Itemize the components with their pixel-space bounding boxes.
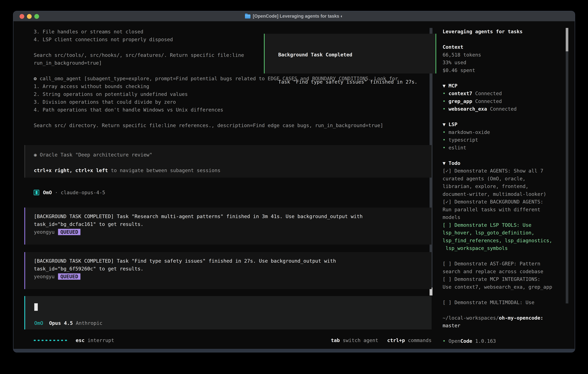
sidebar-line: [ ] Demonstrate MULTIMODAL: Use (443, 299, 567, 306)
text-segment: [ ] Demonstrate LSP TOOLS: Use (443, 222, 531, 228)
sidebar-line: • markdown-oxide (443, 128, 567, 136)
text-segment: ▼ LSP (443, 122, 457, 127)
sidebar-line (443, 291, 567, 299)
terminal-line: 3. Division operations that could divide… (34, 98, 445, 106)
text-segment: typescript (449, 137, 478, 143)
window-title-wrap: [OpenCode] Leveraging agents for tasks ◐ (245, 14, 343, 19)
terminal-window: [OpenCode] Leveraging agents for tasks ◐… (13, 11, 575, 353)
oracle-line (34, 159, 431, 166)
text-segment: commands (405, 337, 431, 343)
text-segment: [BACKGROUND TASK COMPLETED] Task "Resear… (34, 213, 363, 219)
omo-agent-icon (34, 190, 39, 195)
status-left: esc interrupt (34, 336, 114, 344)
text-segment: markdown-oxide (449, 129, 490, 135)
text-segment: [✓] Demonstrate BACKGROUND AGENTS: (443, 199, 543, 205)
text-segment: lsp_workspace_symbols (443, 245, 508, 251)
sidebar-line (443, 152, 567, 159)
text-segment: [✓] Demonstrate AGENTS: Show all 7 (443, 168, 543, 174)
text-segment: interrupt (84, 337, 114, 343)
sidebar-line: ~/local-workspaces/oh-my-opencode: (443, 314, 567, 322)
text-segment: yeongyu (34, 274, 54, 280)
sidebar: Leveraging agents for tasks Context66,51… (443, 28, 567, 345)
progress-dot (34, 340, 36, 341)
progress-dot (45, 340, 47, 341)
status-bar: esc interrupt tab switch agent ctrl+p co… (34, 336, 431, 344)
text-segment: 2. String operations on potentially unde… (34, 91, 188, 97)
sidebar-line: [✓] Demonstrate AGENTS: Show all 7 (443, 167, 567, 175)
text-segment: ctrl+p (387, 337, 405, 343)
sidebar-line: 33% used (443, 59, 567, 67)
text-segment: 1. Array access without bounds checking (34, 83, 149, 89)
sidebar-line: lsp_find_references, lsp_diagnostics, (443, 237, 567, 245)
text-segment: to navigate between subagent sessions (108, 167, 220, 173)
task-block-line: [BACKGROUND TASK COMPLETED] Task "Find t… (34, 257, 431, 265)
text-segment: • (443, 129, 449, 135)
oracle-line: ◉ Oracle Task "Deep architecture review" (34, 151, 431, 159)
zoom-button[interactable] (34, 14, 39, 19)
sidebar-line: • grep_app Connected (443, 97, 567, 105)
progress-dots-icon (34, 340, 67, 341)
task-block-line: yeongyuQUEUED (34, 273, 431, 280)
oracle-line: ctrl+x right, ctrl+x left to navigate be… (34, 166, 431, 174)
text-segment: curated agents (OmO, oracle, (443, 176, 525, 181)
text-segment: Search src/ directory. Return specific f… (34, 123, 383, 128)
task-block-line: [BACKGROUND TASK COMPLETED] Task "Resear… (34, 212, 431, 220)
text-segment: claude-opus-4-5 (61, 190, 105, 195)
text-segment: models (443, 214, 460, 220)
text-segment: Connected (487, 106, 517, 112)
sidebar-line: • context7 Connected (443, 90, 567, 97)
terminal-line (34, 114, 445, 122)
notification-title: Background Task Completed (278, 51, 430, 59)
progress-dot (42, 340, 43, 341)
text-segment: Search src/tools/, src/hooks/, src/featu… (34, 52, 244, 58)
close-button[interactable] (20, 14, 24, 19)
sidebar-line: curated agents (OmO, oracle, (443, 175, 567, 183)
text-segment: switch agent (340, 337, 378, 343)
text-segment: lsp_find_references, lsp_diagnostics, (443, 238, 552, 243)
text-segment: ▼ MCP (443, 83, 457, 89)
text-segment: Use context7, websearch_exa, grep_app (443, 284, 552, 290)
folder-icon (245, 14, 251, 19)
sidebar-line: 66,518 tokens (443, 51, 567, 59)
text-segment: search and replace across codebase (443, 269, 543, 274)
model-indicator: OmO Opus 4.5 Anthropic (34, 319, 103, 327)
text-segment: • (443, 106, 449, 112)
sidebar-line (443, 330, 567, 337)
task-block-research-multi-agent[interactable]: [BACKGROUND TASK COMPLETED] Task "Resear… (24, 208, 431, 245)
sidebar-line: Use context7, websearch_exa, grep_app (443, 283, 567, 291)
progress-dot (57, 340, 59, 341)
background-task-notification: Background Task Completed Task "Find typ… (264, 34, 436, 73)
sidebar-line: search and replace across codebase (443, 268, 567, 276)
sidebar-line: Context (443, 43, 567, 51)
oracle-task-box: ◉ Oracle Task "Deep architecture review"… (24, 145, 431, 177)
progress-dot (53, 340, 55, 341)
interrupt-hint: esc interrupt (76, 336, 114, 344)
sidebar-line: $0.46 spent (443, 67, 567, 74)
text-segment: document-writer, multimodal-looker) (443, 191, 546, 197)
text-segment: Leveraging agents for tasks (443, 29, 523, 34)
text-segment: Anthropic (76, 320, 103, 326)
progress-dot (49, 340, 51, 341)
sidebar-line (443, 74, 567, 82)
text-segment: Context (443, 44, 463, 50)
titlebar[interactable]: [OpenCode] Leveraging agents for tasks ◐ (13, 11, 575, 21)
text-segment: 3. File handles or streams not closed (34, 29, 143, 35)
text-segment: master (443, 323, 460, 328)
task-block-find-type-safety[interactable]: [BACKGROUND TASK COMPLETED] Task "Find t… (24, 252, 431, 289)
task-block-line: yeongyuQUEUED (34, 228, 431, 236)
sidebar-line: [ ] Demonstrate LSP TOOLS: Use (443, 221, 567, 229)
text-segment: task_id="bg_dcfac161" to get results. (34, 221, 143, 227)
prompt-input[interactable]: OmO Opus 4.5 Anthropic (24, 296, 431, 330)
text-segment: · (52, 190, 61, 195)
text-segment: context7 (449, 91, 472, 96)
agent-header: OmO · claude-opus-4-5 (34, 189, 105, 197)
text-segment: esc (76, 337, 84, 343)
minimize-button[interactable] (27, 14, 32, 19)
text-segment: • (443, 137, 449, 143)
text-segment: 33% used (443, 60, 466, 65)
notification-body: Task "Find type safety issues" finished … (278, 78, 430, 86)
sidebar-line (443, 113, 567, 121)
terminal-line: Search src/ directory. Return specific f… (34, 122, 445, 129)
text-segment: ▼ Todo (443, 160, 460, 166)
progress-dot (61, 340, 63, 341)
